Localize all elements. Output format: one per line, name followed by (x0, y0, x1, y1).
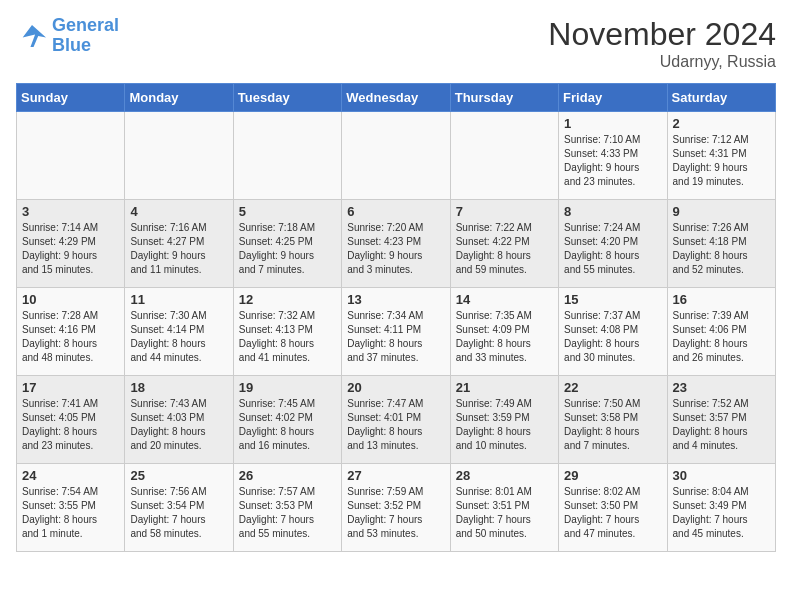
day-info: Sunrise: 7:30 AM Sunset: 4:14 PM Dayligh… (130, 309, 227, 365)
day-info: Sunrise: 8:02 AM Sunset: 3:50 PM Dayligh… (564, 485, 661, 541)
day-number: 11 (130, 292, 227, 307)
day-number: 25 (130, 468, 227, 483)
logo-text: General Blue (52, 16, 119, 56)
calendar-day-cell: 18Sunrise: 7:43 AM Sunset: 4:03 PM Dayli… (125, 376, 233, 464)
calendar-day-cell (233, 112, 341, 200)
day-info: Sunrise: 7:16 AM Sunset: 4:27 PM Dayligh… (130, 221, 227, 277)
calendar-day-cell: 26Sunrise: 7:57 AM Sunset: 3:53 PM Dayli… (233, 464, 341, 552)
calendar-day-cell (342, 112, 450, 200)
weekday-header: Tuesday (233, 84, 341, 112)
day-number: 22 (564, 380, 661, 395)
calendar-day-cell: 3Sunrise: 7:14 AM Sunset: 4:29 PM Daylig… (17, 200, 125, 288)
day-number: 12 (239, 292, 336, 307)
day-number: 26 (239, 468, 336, 483)
calendar-day-cell: 4Sunrise: 7:16 AM Sunset: 4:27 PM Daylig… (125, 200, 233, 288)
day-number: 17 (22, 380, 119, 395)
svg-marker-0 (23, 25, 46, 47)
calendar-day-cell: 15Sunrise: 7:37 AM Sunset: 4:08 PM Dayli… (559, 288, 667, 376)
weekday-header: Thursday (450, 84, 558, 112)
day-info: Sunrise: 7:37 AM Sunset: 4:08 PM Dayligh… (564, 309, 661, 365)
calendar-day-cell: 10Sunrise: 7:28 AM Sunset: 4:16 PM Dayli… (17, 288, 125, 376)
calendar-week-row: 1Sunrise: 7:10 AM Sunset: 4:33 PM Daylig… (17, 112, 776, 200)
calendar-day-cell: 2Sunrise: 7:12 AM Sunset: 4:31 PM Daylig… (667, 112, 775, 200)
calendar-week-row: 17Sunrise: 7:41 AM Sunset: 4:05 PM Dayli… (17, 376, 776, 464)
day-number: 4 (130, 204, 227, 219)
day-info: Sunrise: 7:10 AM Sunset: 4:33 PM Dayligh… (564, 133, 661, 189)
day-number: 6 (347, 204, 444, 219)
day-number: 2 (673, 116, 770, 131)
day-info: Sunrise: 7:34 AM Sunset: 4:11 PM Dayligh… (347, 309, 444, 365)
day-number: 21 (456, 380, 553, 395)
day-number: 15 (564, 292, 661, 307)
day-info: Sunrise: 7:35 AM Sunset: 4:09 PM Dayligh… (456, 309, 553, 365)
day-info: Sunrise: 7:24 AM Sunset: 4:20 PM Dayligh… (564, 221, 661, 277)
logo-line1: General (52, 15, 119, 35)
day-number: 28 (456, 468, 553, 483)
day-number: 30 (673, 468, 770, 483)
calendar-day-cell: 6Sunrise: 7:20 AM Sunset: 4:23 PM Daylig… (342, 200, 450, 288)
day-info: Sunrise: 7:43 AM Sunset: 4:03 PM Dayligh… (130, 397, 227, 453)
calendar-day-cell: 17Sunrise: 7:41 AM Sunset: 4:05 PM Dayli… (17, 376, 125, 464)
calendar-day-cell: 29Sunrise: 8:02 AM Sunset: 3:50 PM Dayli… (559, 464, 667, 552)
day-info: Sunrise: 7:28 AM Sunset: 4:16 PM Dayligh… (22, 309, 119, 365)
day-number: 24 (22, 468, 119, 483)
month-title: November 2024 (548, 16, 776, 53)
calendar-day-cell (125, 112, 233, 200)
weekday-header: Wednesday (342, 84, 450, 112)
day-info: Sunrise: 7:18 AM Sunset: 4:25 PM Dayligh… (239, 221, 336, 277)
day-number: 27 (347, 468, 444, 483)
day-number: 5 (239, 204, 336, 219)
day-number: 10 (22, 292, 119, 307)
weekday-header: Friday (559, 84, 667, 112)
day-info: Sunrise: 7:32 AM Sunset: 4:13 PM Dayligh… (239, 309, 336, 365)
day-info: Sunrise: 7:47 AM Sunset: 4:01 PM Dayligh… (347, 397, 444, 453)
calendar-day-cell: 9Sunrise: 7:26 AM Sunset: 4:18 PM Daylig… (667, 200, 775, 288)
day-info: Sunrise: 8:04 AM Sunset: 3:49 PM Dayligh… (673, 485, 770, 541)
calendar-week-row: 10Sunrise: 7:28 AM Sunset: 4:16 PM Dayli… (17, 288, 776, 376)
day-info: Sunrise: 8:01 AM Sunset: 3:51 PM Dayligh… (456, 485, 553, 541)
calendar-day-cell: 5Sunrise: 7:18 AM Sunset: 4:25 PM Daylig… (233, 200, 341, 288)
weekday-header: Sunday (17, 84, 125, 112)
calendar-day-cell: 21Sunrise: 7:49 AM Sunset: 3:59 PM Dayli… (450, 376, 558, 464)
logo: General Blue (16, 16, 119, 56)
logo-icon (16, 22, 48, 50)
calendar-week-row: 3Sunrise: 7:14 AM Sunset: 4:29 PM Daylig… (17, 200, 776, 288)
day-number: 16 (673, 292, 770, 307)
calendar-day-cell: 23Sunrise: 7:52 AM Sunset: 3:57 PM Dayli… (667, 376, 775, 464)
day-info: Sunrise: 7:20 AM Sunset: 4:23 PM Dayligh… (347, 221, 444, 277)
calendar-day-cell: 16Sunrise: 7:39 AM Sunset: 4:06 PM Dayli… (667, 288, 775, 376)
weekday-header: Saturday (667, 84, 775, 112)
day-info: Sunrise: 7:59 AM Sunset: 3:52 PM Dayligh… (347, 485, 444, 541)
weekday-header: Monday (125, 84, 233, 112)
day-info: Sunrise: 7:49 AM Sunset: 3:59 PM Dayligh… (456, 397, 553, 453)
calendar-day-cell: 22Sunrise: 7:50 AM Sunset: 3:58 PM Dayli… (559, 376, 667, 464)
calendar-day-cell: 24Sunrise: 7:54 AM Sunset: 3:55 PM Dayli… (17, 464, 125, 552)
calendar-day-cell: 8Sunrise: 7:24 AM Sunset: 4:20 PM Daylig… (559, 200, 667, 288)
calendar-day-cell (17, 112, 125, 200)
day-number: 9 (673, 204, 770, 219)
day-info: Sunrise: 7:14 AM Sunset: 4:29 PM Dayligh… (22, 221, 119, 277)
title-section: November 2024 Udarnyy, Russia (548, 16, 776, 71)
day-number: 8 (564, 204, 661, 219)
calendar-day-cell (450, 112, 558, 200)
calendar-week-row: 24Sunrise: 7:54 AM Sunset: 3:55 PM Dayli… (17, 464, 776, 552)
calendar-day-cell: 12Sunrise: 7:32 AM Sunset: 4:13 PM Dayli… (233, 288, 341, 376)
day-number: 1 (564, 116, 661, 131)
day-number: 18 (130, 380, 227, 395)
calendar-day-cell: 11Sunrise: 7:30 AM Sunset: 4:14 PM Dayli… (125, 288, 233, 376)
logo-line2: Blue (52, 36, 119, 56)
day-info: Sunrise: 7:50 AM Sunset: 3:58 PM Dayligh… (564, 397, 661, 453)
calendar-day-cell: 28Sunrise: 8:01 AM Sunset: 3:51 PM Dayli… (450, 464, 558, 552)
calendar-header-row: SundayMondayTuesdayWednesdayThursdayFrid… (17, 84, 776, 112)
day-number: 3 (22, 204, 119, 219)
calendar-table: SundayMondayTuesdayWednesdayThursdayFrid… (16, 83, 776, 552)
calendar-day-cell: 14Sunrise: 7:35 AM Sunset: 4:09 PM Dayli… (450, 288, 558, 376)
day-info: Sunrise: 7:41 AM Sunset: 4:05 PM Dayligh… (22, 397, 119, 453)
calendar-day-cell: 1Sunrise: 7:10 AM Sunset: 4:33 PM Daylig… (559, 112, 667, 200)
day-number: 19 (239, 380, 336, 395)
calendar-day-cell: 25Sunrise: 7:56 AM Sunset: 3:54 PM Dayli… (125, 464, 233, 552)
calendar-day-cell: 19Sunrise: 7:45 AM Sunset: 4:02 PM Dayli… (233, 376, 341, 464)
location-title: Udarnyy, Russia (548, 53, 776, 71)
day-info: Sunrise: 7:26 AM Sunset: 4:18 PM Dayligh… (673, 221, 770, 277)
day-info: Sunrise: 7:54 AM Sunset: 3:55 PM Dayligh… (22, 485, 119, 541)
